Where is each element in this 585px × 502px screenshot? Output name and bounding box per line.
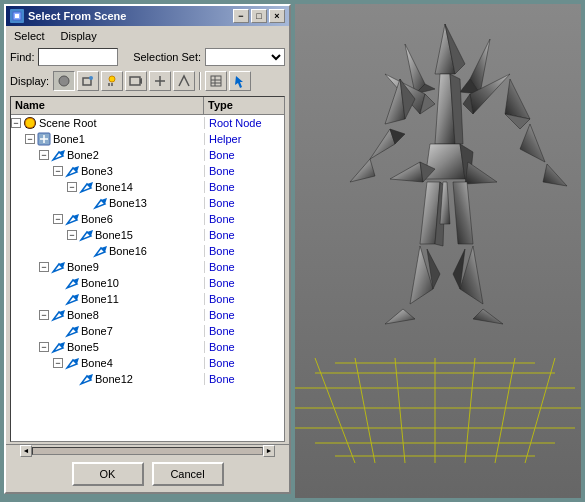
minimize-button[interactable]: − [233,9,249,23]
scroll-right-button[interactable]: ► [263,445,275,457]
close-button[interactable]: × [269,9,285,23]
svg-point-18 [25,118,35,128]
cancel-button[interactable]: Cancel [152,462,224,486]
title-bar: Select From Scene − □ × [6,6,289,26]
window-title: Select From Scene [28,10,126,22]
display-label: Display: [10,75,49,87]
tree-panel: Name Type −Scene RootRoot Node−Bone1Help… [10,96,285,442]
tree-item-label: Bone7 [81,325,113,337]
tree-item-label: Bone13 [109,197,147,209]
tree-row[interactable]: −Bone8Bone [11,307,284,323]
tree-item-type: Bone [204,309,284,321]
expand-icon[interactable]: − [39,262,49,272]
scroll-track [32,447,263,455]
tree-row[interactable]: Bone13Bone [11,195,284,211]
bottom-bar: OK Cancel [6,456,289,492]
scroll-left-button[interactable]: ◄ [20,445,32,457]
svg-marker-87 [390,162,423,182]
find-row: Find: Selection Set: [6,46,289,68]
tree-item-type: Bone [204,341,284,353]
display-select-button[interactable] [229,71,251,91]
expand-icon[interactable]: − [39,150,49,160]
svg-marker-100 [350,159,375,182]
tree-row[interactable]: Bone7Bone [11,323,284,339]
tree-row[interactable]: −Bone5Bone [11,339,284,355]
root-icon [23,116,37,130]
display-cameras-button[interactable] [125,71,147,91]
svg-point-2 [59,76,69,86]
bone-icon [79,372,93,386]
bone-icon [51,308,65,322]
horizontal-scrollbar[interactable]: ◄ ► [6,444,289,456]
tree-item-type: Bone [204,325,284,337]
tree-row[interactable]: −Scene RootRoot Node [11,115,284,131]
svg-rect-8 [130,77,140,85]
tree-row[interactable]: −Bone3Bone [11,163,284,179]
display-shapes-button[interactable] [173,71,195,91]
display-helpers-button[interactable] [149,71,171,91]
tree-row[interactable]: −Bone1Helper [11,131,284,147]
tree-row[interactable]: Bone10Bone [11,275,284,291]
expand-icon[interactable]: − [39,342,49,352]
tree-content[interactable]: −Scene RootRoot Node−Bone1Helper−Bone2Bo… [11,115,284,441]
tree-row[interactable]: −Bone9Bone [11,259,284,275]
expand-icon[interactable]: − [67,230,77,240]
tree-row[interactable]: Bone12Bone [11,371,284,387]
tree-row[interactable]: −Bone6Bone [11,211,284,227]
viewport [295,4,581,498]
display-list-button[interactable] [205,71,227,91]
tree-row[interactable]: Bone16Bone [11,243,284,259]
bone-icon [65,356,79,370]
find-input[interactable] [38,48,118,66]
svg-rect-1 [15,14,19,18]
tree-item-type: Bone [204,181,284,193]
tree-row[interactable]: −Bone15Bone [11,227,284,243]
bone-icon [51,340,65,354]
tree-item-type: Bone [204,261,284,273]
display-lights-button[interactable] [101,71,123,91]
tree-row[interactable]: −Bone2Bone [11,147,284,163]
expand-icon[interactable]: − [53,166,63,176]
expand-icon[interactable]: − [39,310,49,320]
column-name: Name [11,97,204,114]
svg-marker-101 [543,164,567,186]
menu-select[interactable]: Select [10,29,49,43]
find-label: Find: [10,51,34,63]
svg-marker-89 [465,162,497,184]
bone-icon [93,196,107,210]
bone-icon [79,180,93,194]
tree-item-type: Bone [204,213,284,225]
helper-icon [37,132,51,146]
selection-set-combo[interactable] [205,48,285,66]
expand-icon[interactable]: − [53,214,63,224]
viewport-bg [295,4,581,498]
window-icon [10,9,24,23]
tree-item-type: Bone [204,245,284,257]
tree-item-label: Bone2 [67,149,99,161]
svg-marker-82 [505,79,530,119]
dialog-window: Select From Scene − □ × Select Display F… [4,4,291,494]
tree-row[interactable]: −Bone4Bone [11,355,284,371]
figure-svg [315,14,575,434]
expand-icon[interactable]: − [11,118,21,128]
svg-rect-12 [211,76,221,86]
tree-row[interactable]: Bone11Bone [11,291,284,307]
display-all-button[interactable] [53,71,75,91]
tree-item-label: Bone15 [95,229,133,241]
svg-marker-98 [473,309,503,324]
expand-icon[interactable]: − [67,182,77,192]
tree-item-type: Bone [204,373,284,385]
svg-marker-85 [425,144,465,179]
expand-icon[interactable]: − [53,358,63,368]
menu-display[interactable]: Display [57,29,101,43]
expand-icon[interactable]: − [25,134,35,144]
display-geometry-button[interactable] [77,71,99,91]
maximize-button[interactable]: □ [251,9,267,23]
tree-row[interactable]: −Bone14Bone [11,179,284,195]
tree-item-type: Bone [204,149,284,161]
tree-item-type: Bone [204,229,284,241]
title-controls: − □ × [233,9,285,23]
title-bar-left: Select From Scene [10,9,126,23]
ok-button[interactable]: OK [72,462,144,486]
selection-set-label: Selection Set: [133,51,201,63]
